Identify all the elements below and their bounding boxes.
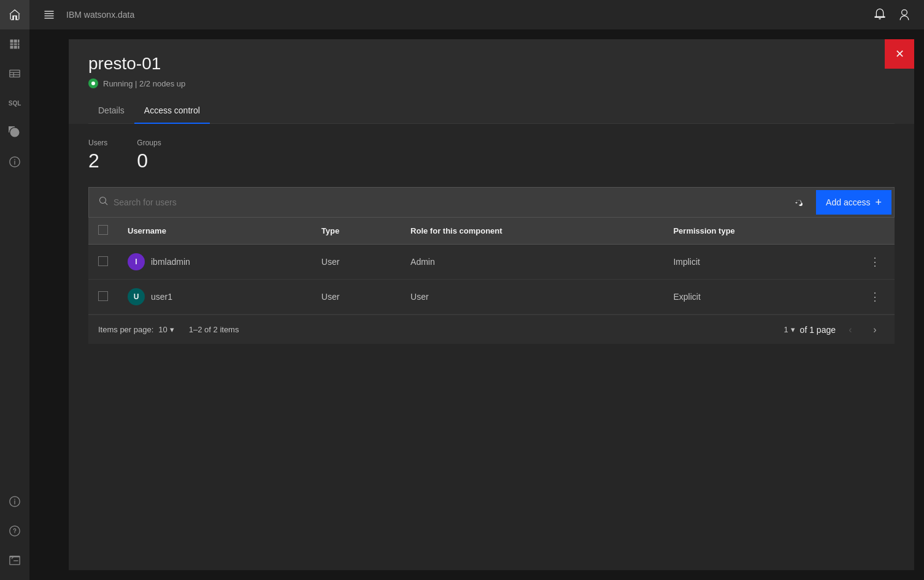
table-body: I ibmladmin User Admin Implicit ⋮ [88,245,895,315]
row1-role: Admin [401,245,663,280]
sidebar-icon-sql[interactable]: SQL [0,88,29,118]
items-per-page-select[interactable]: 10 ▾ [158,325,174,334]
page-controls: 1 ▾ of 1 page ‹ › [783,320,885,340]
total-pages: of 1 page [800,325,836,335]
row1-type: User [312,245,401,280]
row1-checkbox[interactable] [98,256,108,266]
panel-header: presto-01 Running | 2/2 nodes up Details… [69,39,914,124]
content-area: ✕ presto-01 Running | 2/2 nodes up Detai… [29,29,924,580]
sidebar-icon-history[interactable] [0,118,29,147]
panel-close-button[interactable]: ✕ [885,39,914,69]
app-title-suffix: watsonx.data [84,10,135,20]
user-avatar-icon[interactable] [895,5,914,25]
panel-body: Users 2 Groups 0 [69,124,914,570]
status-text: Running | 2/2 nodes up [103,79,185,88]
items-per-page-label: Items per page: [98,325,153,334]
pagination-row: Items per page: 10 ▾ 1–2 of 2 items 1 ▾ … [88,315,895,344]
top-nav: IBM watsonx.data [29,0,924,29]
items-per-page-chevron: ▾ [170,325,174,334]
hamburger-button[interactable] [39,5,59,25]
users-stat: Users 2 [88,139,107,172]
current-page: 1 [783,325,788,334]
refresh-button[interactable] [787,190,811,215]
sidebar-icon-help[interactable] [0,516,29,546]
row2-username: user1 [151,292,172,302]
col-actions [855,218,895,245]
page-select[interactable]: 1 ▾ [783,325,795,334]
sidebar-icon-query[interactable] [0,147,29,177]
users-label: Users [88,139,107,147]
col-username: Username [118,218,312,245]
groups-stat: Groups 0 [137,139,161,172]
stats-row: Users 2 Groups 0 [88,139,895,172]
row2-username-cell: U user1 [118,280,312,315]
header-row: Username Type Role for this component Pe… [88,218,895,245]
table-row: U user1 User User Explicit ⋮ [88,280,895,315]
search-container [91,190,782,215]
sidebar-icon-table[interactable] [0,59,29,88]
search-input[interactable] [114,197,774,207]
search-icon [99,196,109,208]
tabs-container: Details Access control [88,98,895,124]
users-table: Username Type Role for this component Pe… [88,218,895,315]
tab-details[interactable]: Details [88,98,134,124]
sidebar-bottom [0,487,29,580]
users-value: 2 [88,150,107,172]
detail-panel: ✕ presto-01 Running | 2/2 nodes up Detai… [69,39,914,570]
row2-role: User [401,280,663,315]
col-role: Role for this component [401,218,663,245]
app-title: IBM watsonx.data [66,10,134,20]
app-title-prefix: IBM [66,10,82,20]
col-permission: Permission type [663,218,855,245]
row2-avatar: U [128,288,145,305]
table-toolbar: Add access + [88,187,895,218]
close-icon: ✕ [895,47,904,61]
items-count: 1–2 of 2 items [189,325,239,334]
row1-more-button[interactable]: ⋮ [865,252,885,272]
add-access-label: Add access [826,197,870,207]
row2-actions-cell: ⋮ [855,280,895,315]
row1-checkbox-cell [88,245,118,280]
table-header: Username Type Role for this component Pe… [88,218,895,245]
items-per-page: Items per page: 10 ▾ [98,325,174,334]
row2-permission: Explicit [663,280,855,315]
row1-username-container: I ibmladmin [128,253,302,270]
row2-more-button[interactable]: ⋮ [865,287,885,307]
col-type: Type [312,218,401,245]
page-chevron: ▾ [791,325,795,334]
row1-username-cell: I ibmladmin [118,245,312,280]
sidebar-icon-home[interactable] [0,0,29,29]
row1-permission: Implicit [663,245,855,280]
panel-title: presto-01 [88,54,895,74]
sidebar: SQL [0,0,29,580]
status-row: Running | 2/2 nodes up [88,78,895,88]
row2-username-container: U user1 [128,288,302,305]
top-nav-right [870,5,914,25]
sidebar-icon-terminal[interactable] [0,546,29,575]
sidebar-top: SQL [0,0,29,487]
table-row: I ibmladmin User Admin Implicit ⋮ [88,245,895,280]
items-per-page-value: 10 [158,325,167,334]
groups-label: Groups [137,139,161,147]
header-checkbox-cell [88,218,118,245]
add-icon: + [875,197,882,208]
groups-value: 0 [137,150,161,172]
prev-page-button[interactable]: ‹ [841,320,860,340]
next-page-button[interactable]: › [865,320,885,340]
status-indicator [88,78,98,88]
row2-checkbox[interactable] [98,291,108,301]
add-access-button[interactable]: Add access + [816,190,891,215]
select-all-checkbox[interactable] [98,225,108,235]
row1-username: ibmladmin [151,257,190,267]
row2-type: User [312,280,401,315]
sidebar-icon-info[interactable] [0,487,29,516]
main-area: IBM watsonx.data ✕ presto [29,0,924,580]
row1-actions-cell: ⋮ [855,245,895,280]
tab-access-control[interactable]: Access control [134,98,210,124]
notification-icon[interactable] [870,5,890,25]
sidebar-icon-grid[interactable] [0,29,29,59]
row2-checkbox-cell [88,280,118,315]
row1-avatar: I [128,253,145,270]
